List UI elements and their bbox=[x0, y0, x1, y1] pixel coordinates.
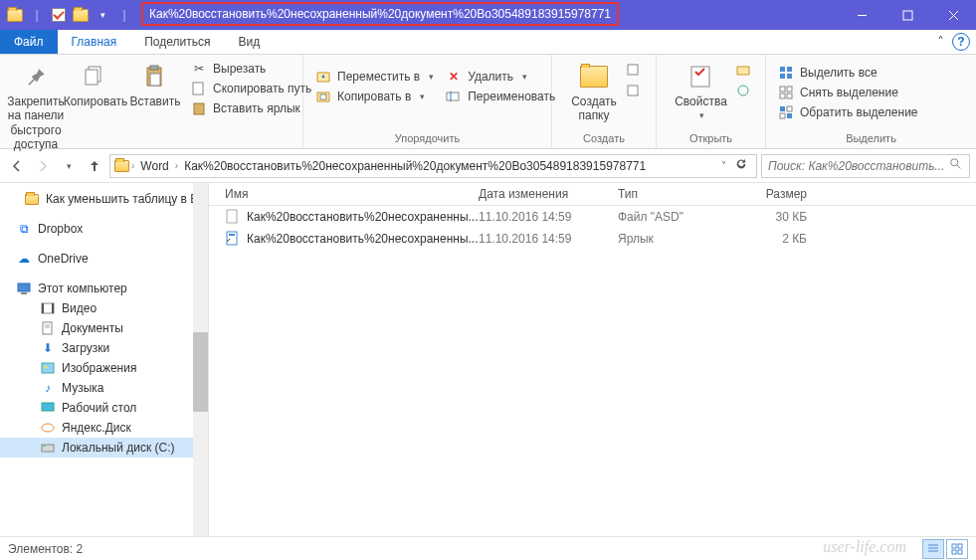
copy-to-button[interactable]: Копировать в▾ bbox=[315, 89, 434, 104]
cut-icon: ✂ bbox=[191, 61, 207, 77]
tree-item-thispc[interactable]: Этот компьютер bbox=[0, 279, 208, 298]
column-date[interactable]: Дата изменения bbox=[479, 187, 618, 201]
tab-view[interactable]: Вид bbox=[224, 30, 274, 54]
open-icon[interactable] bbox=[735, 63, 751, 80]
address-dropdown-button[interactable]: ˅ bbox=[721, 160, 726, 171]
select-none-icon bbox=[778, 85, 794, 100]
recent-locations-button[interactable]: ▾ bbox=[58, 155, 80, 177]
select-all-button[interactable]: Выделить все bbox=[778, 65, 918, 81]
tree-item-desktop[interactable]: Рабочий стол bbox=[0, 398, 208, 418]
music-icon: ♪ bbox=[40, 380, 56, 396]
tab-home[interactable]: Главная bbox=[58, 30, 131, 54]
search-input[interactable] bbox=[768, 159, 949, 173]
breadcrumb-folder[interactable]: Как%20восстановить%20несохраненный%20док… bbox=[180, 159, 650, 173]
minimize-ribbon-button[interactable]: ˄ bbox=[937, 34, 944, 50]
folder-icon bbox=[24, 191, 40, 207]
chevron-right-icon[interactable]: › bbox=[175, 160, 178, 171]
maximize-button[interactable] bbox=[884, 0, 930, 30]
copy-button[interactable]: Копировать bbox=[66, 59, 125, 110]
easy-access-icon[interactable] bbox=[626, 84, 642, 100]
qat-folder-icon[interactable] bbox=[72, 6, 90, 24]
paste-shortcut-icon bbox=[191, 100, 207, 116]
column-type[interactable]: Тип bbox=[618, 187, 727, 201]
move-to-button[interactable]: Переместить в▾ bbox=[315, 69, 434, 85]
tree-item-onedrive[interactable]: ☁OneDrive bbox=[0, 249, 208, 269]
paste-button[interactable]: Вставить bbox=[125, 59, 185, 110]
delete-button[interactable]: ✕Удалить▾ bbox=[446, 69, 555, 85]
downloads-icon: ⬇ bbox=[40, 340, 56, 356]
copy-path-button[interactable]: Скопировать путь bbox=[191, 81, 311, 96]
minimize-button[interactable] bbox=[839, 0, 884, 30]
pin-button[interactable]: Закрепить на панели быстрого доступа bbox=[6, 59, 66, 154]
svg-rect-36 bbox=[52, 303, 54, 313]
move-to-icon bbox=[315, 69, 331, 85]
file-size: 30 КБ bbox=[727, 210, 807, 224]
svg-rect-9 bbox=[193, 83, 203, 94]
tree-item-localdisk[interactable]: Локальный диск (C:) bbox=[0, 438, 208, 458]
qat-dropdown[interactable]: ▾ bbox=[94, 6, 111, 24]
new-item-icon[interactable] bbox=[626, 63, 642, 80]
tree-item-downloads[interactable]: ⬇Загрузки bbox=[0, 338, 208, 358]
shortcut-icon bbox=[225, 231, 241, 247]
tree-item-pictures[interactable]: Изображения bbox=[0, 358, 208, 378]
tree-item-folder[interactable]: Как уменьшить таблицу в E bbox=[0, 189, 208, 209]
scrollbar-thumb[interactable] bbox=[193, 332, 208, 412]
svg-rect-33 bbox=[21, 292, 27, 294]
thumbnail-view-button[interactable] bbox=[946, 539, 968, 559]
tree-item-dropbox[interactable]: ⧉Dropbox bbox=[0, 219, 208, 239]
list-item[interactable]: Как%20восстановить%20несохраненны... 11.… bbox=[209, 206, 976, 228]
refresh-button[interactable] bbox=[734, 157, 748, 174]
qat-properties-check[interactable] bbox=[50, 6, 68, 24]
svg-rect-22 bbox=[780, 87, 785, 92]
list-item[interactable]: Как%20восстановить%20несохраненны... 11.… bbox=[209, 228, 976, 250]
folder-icon bbox=[578, 61, 610, 93]
column-headers[interactable]: Имя Дата изменения Тип Размер bbox=[209, 183, 976, 206]
svg-rect-46 bbox=[227, 210, 237, 223]
chevron-right-icon[interactable]: › bbox=[131, 160, 134, 171]
column-name[interactable]: Имя bbox=[225, 187, 479, 201]
search-box[interactable] bbox=[761, 154, 970, 178]
rename-button[interactable]: Переименовать bbox=[446, 89, 555, 104]
svg-rect-42 bbox=[42, 403, 54, 411]
help-button[interactable]: ? bbox=[952, 33, 970, 51]
new-folder-button[interactable]: Создать папку bbox=[564, 59, 624, 125]
back-button[interactable] bbox=[6, 155, 28, 177]
properties-button[interactable]: Свойства ▾ bbox=[669, 59, 733, 122]
svg-rect-5 bbox=[86, 70, 98, 85]
tab-file[interactable]: Файл bbox=[0, 30, 58, 54]
computer-icon bbox=[16, 280, 32, 296]
tab-share[interactable]: Поделиться bbox=[130, 30, 224, 54]
tree-item-video[interactable]: Видео bbox=[0, 298, 208, 318]
invert-selection-button[interactable]: Обратить выделение bbox=[778, 104, 918, 120]
details-view-button[interactable] bbox=[922, 539, 944, 559]
svg-rect-7 bbox=[150, 66, 158, 70]
file-type: Ярлык bbox=[618, 232, 727, 246]
up-button[interactable] bbox=[84, 155, 105, 177]
navigation-tree[interactable]: Как уменьшить таблицу в E ⧉Dropbox ☁OneD… bbox=[0, 183, 209, 536]
svg-rect-55 bbox=[958, 550, 962, 554]
tree-item-yandex[interactable]: Яндекс.Диск bbox=[0, 418, 208, 438]
close-button[interactable] bbox=[930, 0, 976, 30]
status-bar: Элементов: 2 bbox=[0, 536, 976, 560]
search-icon[interactable] bbox=[949, 157, 963, 174]
desktop-icon bbox=[40, 400, 56, 416]
paste-shortcut-button[interactable]: Вставить ярлык bbox=[191, 100, 311, 116]
forward-button[interactable] bbox=[32, 155, 54, 177]
app-folder-icon[interactable] bbox=[6, 6, 24, 24]
video-icon bbox=[40, 300, 56, 316]
history-icon[interactable] bbox=[735, 84, 751, 100]
address-bar[interactable]: › Word › Как%20восстановить%20несохранен… bbox=[109, 154, 757, 178]
cut-button[interactable]: ✂Вырезать bbox=[191, 61, 311, 77]
ribbon: Закрепить на панели быстрого доступа Коп… bbox=[0, 55, 976, 149]
svg-rect-19 bbox=[787, 67, 792, 72]
svg-rect-23 bbox=[787, 87, 792, 92]
breadcrumb-word[interactable]: Word bbox=[136, 159, 172, 173]
column-size[interactable]: Размер bbox=[727, 187, 807, 201]
svg-point-41 bbox=[45, 366, 48, 369]
file-size: 2 КБ bbox=[727, 232, 807, 246]
tree-item-documents[interactable]: Документы bbox=[0, 318, 208, 338]
svg-rect-48 bbox=[229, 234, 235, 236]
tree-item-music[interactable]: ♪Музыка bbox=[0, 378, 208, 398]
select-none-button[interactable]: Снять выделение bbox=[778, 85, 918, 100]
svg-rect-16 bbox=[691, 67, 709, 87]
